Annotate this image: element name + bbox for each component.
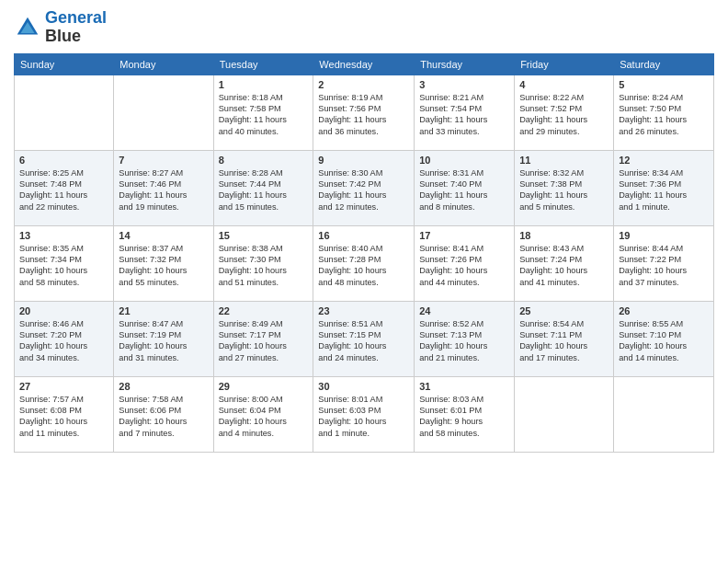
day-info: Sunrise: 8:37 AM Sunset: 7:32 PM Dayligh…: [119, 244, 187, 287]
page: General Blue SundayMondayTuesdayWednesda…: [0, 0, 728, 563]
day-cell: 29Sunrise: 8:00 AM Sunset: 6:04 PM Dayli…: [213, 376, 313, 452]
col-header-sunday: Sunday: [15, 53, 114, 75]
week-row-3: 13Sunrise: 8:35 AM Sunset: 7:34 PM Dayli…: [15, 225, 714, 301]
day-info: Sunrise: 8:25 AM Sunset: 7:48 PM Dayligh…: [19, 168, 87, 212]
day-number: 14: [119, 230, 208, 241]
day-number: 12: [619, 155, 709, 166]
day-number: 17: [419, 230, 509, 241]
day-number: 28: [119, 381, 208, 392]
day-info: Sunrise: 8:34 AM Sunset: 7:36 PM Dayligh…: [619, 168, 687, 212]
day-number: 2: [318, 79, 409, 90]
day-info: Sunrise: 8:28 AM Sunset: 7:44 PM Dayligh…: [219, 168, 287, 212]
day-number: 31: [419, 381, 509, 392]
day-number: 5: [619, 79, 709, 90]
day-number: 11: [519, 155, 609, 166]
day-number: 4: [519, 79, 609, 90]
day-number: 13: [19, 230, 108, 241]
week-row-2: 6Sunrise: 8:25 AM Sunset: 7:48 PM Daylig…: [15, 150, 714, 225]
day-cell: 4Sunrise: 8:22 AM Sunset: 7:52 PM Daylig…: [515, 75, 614, 150]
day-info: Sunrise: 8:22 AM Sunset: 7:52 PM Dayligh…: [519, 93, 587, 136]
day-number: 21: [119, 305, 208, 316]
day-number: 10: [419, 155, 509, 166]
day-info: Sunrise: 8:18 AM Sunset: 7:58 PM Dayligh…: [219, 93, 287, 136]
day-info: Sunrise: 8:31 AM Sunset: 7:40 PM Dayligh…: [419, 168, 487, 212]
day-info: Sunrise: 8:46 AM Sunset: 7:20 PM Dayligh…: [19, 319, 87, 362]
day-number: 8: [219, 155, 309, 166]
col-header-wednesday: Wednesday: [313, 53, 415, 75]
col-header-friday: Friday: [515, 53, 614, 75]
day-number: 9: [318, 155, 409, 166]
day-info: Sunrise: 8:03 AM Sunset: 6:01 PM Dayligh…: [419, 395, 483, 438]
day-info: Sunrise: 8:38 AM Sunset: 7:30 PM Dayligh…: [219, 244, 287, 287]
logo-text: General Blue: [45, 9, 107, 46]
day-number: 18: [519, 230, 609, 241]
day-number: 6: [19, 155, 108, 166]
day-number: 22: [219, 305, 309, 316]
day-info: Sunrise: 8:49 AM Sunset: 7:17 PM Dayligh…: [219, 319, 287, 362]
day-cell: 26Sunrise: 8:55 AM Sunset: 7:10 PM Dayli…: [614, 301, 714, 376]
day-cell: 2Sunrise: 8:19 AM Sunset: 7:56 PM Daylig…: [313, 75, 415, 150]
day-info: Sunrise: 8:51 AM Sunset: 7:15 PM Dayligh…: [318, 319, 386, 362]
day-cell: 17Sunrise: 8:41 AM Sunset: 7:26 PM Dayli…: [415, 225, 515, 301]
day-info: Sunrise: 8:01 AM Sunset: 6:03 PM Dayligh…: [318, 395, 386, 438]
day-info: Sunrise: 8:40 AM Sunset: 7:28 PM Dayligh…: [318, 244, 386, 287]
day-cell: 8Sunrise: 8:28 AM Sunset: 7:44 PM Daylig…: [213, 150, 313, 225]
day-number: 20: [19, 305, 108, 316]
logo-icon: [14, 14, 41, 41]
day-info: Sunrise: 8:35 AM Sunset: 7:34 PM Dayligh…: [19, 244, 87, 287]
day-cell: [15, 75, 114, 150]
header: General Blue: [14, 9, 714, 46]
day-info: Sunrise: 8:21 AM Sunset: 7:54 PM Dayligh…: [419, 93, 487, 136]
day-number: 24: [419, 305, 509, 316]
day-cell: 23Sunrise: 8:51 AM Sunset: 7:15 PM Dayli…: [313, 301, 415, 376]
day-number: 3: [419, 79, 509, 90]
day-cell: 13Sunrise: 8:35 AM Sunset: 7:34 PM Dayli…: [15, 225, 114, 301]
day-cell: 5Sunrise: 8:24 AM Sunset: 7:50 PM Daylig…: [614, 75, 714, 150]
day-info: Sunrise: 8:54 AM Sunset: 7:11 PM Dayligh…: [519, 319, 587, 362]
day-info: Sunrise: 8:27 AM Sunset: 7:46 PM Dayligh…: [119, 168, 187, 212]
day-cell: 30Sunrise: 8:01 AM Sunset: 6:03 PM Dayli…: [313, 376, 415, 452]
day-cell: 7Sunrise: 8:27 AM Sunset: 7:46 PM Daylig…: [114, 150, 213, 225]
col-header-thursday: Thursday: [415, 53, 515, 75]
day-info: Sunrise: 8:32 AM Sunset: 7:38 PM Dayligh…: [519, 168, 587, 212]
day-cell: 19Sunrise: 8:44 AM Sunset: 7:22 PM Dayli…: [614, 225, 714, 301]
day-cell: 15Sunrise: 8:38 AM Sunset: 7:30 PM Dayli…: [213, 225, 313, 301]
day-cell: 21Sunrise: 8:47 AM Sunset: 7:19 PM Dayli…: [114, 301, 213, 376]
day-number: 19: [619, 230, 709, 241]
day-cell: 10Sunrise: 8:31 AM Sunset: 7:40 PM Dayli…: [415, 150, 515, 225]
day-number: 27: [19, 381, 108, 392]
day-number: 15: [219, 230, 309, 241]
day-cell: 6Sunrise: 8:25 AM Sunset: 7:48 PM Daylig…: [15, 150, 114, 225]
day-cell: 11Sunrise: 8:32 AM Sunset: 7:38 PM Dayli…: [515, 150, 614, 225]
day-info: Sunrise: 8:52 AM Sunset: 7:13 PM Dayligh…: [419, 319, 487, 362]
day-info: Sunrise: 8:43 AM Sunset: 7:24 PM Dayligh…: [519, 244, 587, 287]
day-cell: 25Sunrise: 8:54 AM Sunset: 7:11 PM Dayli…: [515, 301, 614, 376]
col-header-tuesday: Tuesday: [213, 53, 313, 75]
day-number: 23: [318, 305, 409, 316]
day-info: Sunrise: 8:24 AM Sunset: 7:50 PM Dayligh…: [619, 93, 687, 136]
day-number: 16: [318, 230, 409, 241]
day-info: Sunrise: 8:44 AM Sunset: 7:22 PM Dayligh…: [619, 244, 687, 287]
day-info: Sunrise: 8:19 AM Sunset: 7:56 PM Dayligh…: [318, 93, 386, 136]
day-number: 26: [619, 305, 709, 316]
day-info: Sunrise: 8:41 AM Sunset: 7:26 PM Dayligh…: [419, 244, 487, 287]
day-cell: [515, 376, 614, 452]
day-cell: 28Sunrise: 7:58 AM Sunset: 6:06 PM Dayli…: [114, 376, 213, 452]
day-number: 29: [219, 381, 309, 392]
day-cell: 14Sunrise: 8:37 AM Sunset: 7:32 PM Dayli…: [114, 225, 213, 301]
day-info: Sunrise: 8:55 AM Sunset: 7:10 PM Dayligh…: [619, 319, 687, 362]
day-number: 1: [219, 79, 309, 90]
day-cell: 18Sunrise: 8:43 AM Sunset: 7:24 PM Dayli…: [515, 225, 614, 301]
col-header-saturday: Saturday: [614, 53, 714, 75]
day-info: Sunrise: 8:30 AM Sunset: 7:42 PM Dayligh…: [318, 168, 386, 212]
day-cell: 24Sunrise: 8:52 AM Sunset: 7:13 PM Dayli…: [415, 301, 515, 376]
day-cell: [614, 376, 714, 452]
day-number: 25: [519, 305, 609, 316]
week-row-4: 20Sunrise: 8:46 AM Sunset: 7:20 PM Dayli…: [15, 301, 714, 376]
day-cell: 22Sunrise: 8:49 AM Sunset: 7:17 PM Dayli…: [213, 301, 313, 376]
day-info: Sunrise: 8:47 AM Sunset: 7:19 PM Dayligh…: [119, 319, 187, 362]
week-row-1: 1Sunrise: 8:18 AM Sunset: 7:58 PM Daylig…: [15, 75, 714, 150]
day-info: Sunrise: 7:58 AM Sunset: 6:06 PM Dayligh…: [119, 395, 187, 438]
week-row-5: 27Sunrise: 7:57 AM Sunset: 6:08 PM Dayli…: [15, 376, 714, 452]
day-number: 7: [119, 155, 208, 166]
